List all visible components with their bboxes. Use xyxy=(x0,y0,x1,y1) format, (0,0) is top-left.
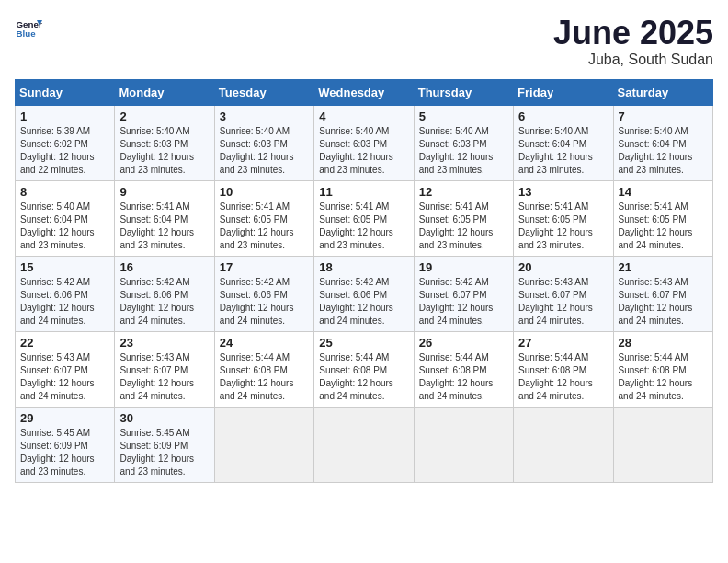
calendar-cell: 29Sunrise: 5:45 AM Sunset: 6:09 PM Dayli… xyxy=(16,407,115,482)
month-title: June 2025 xyxy=(553,15,713,52)
day-info: Sunrise: 5:42 AM Sunset: 6:06 PM Dayligh… xyxy=(119,276,209,327)
svg-text:Blue: Blue xyxy=(17,29,37,39)
day-number: 25 xyxy=(319,336,408,350)
calendar-cell: 6Sunrise: 5:40 AM Sunset: 6:04 PM Daylig… xyxy=(514,105,613,180)
day-number: 19 xyxy=(419,260,508,274)
day-number: 12 xyxy=(419,185,508,199)
calendar-cell xyxy=(414,407,513,482)
calendar-week-row: 29Sunrise: 5:45 AM Sunset: 6:09 PM Dayli… xyxy=(16,407,713,482)
day-number: 2 xyxy=(119,109,209,123)
day-info: Sunrise: 5:42 AM Sunset: 6:06 PM Dayligh… xyxy=(319,276,408,327)
calendar-cell: 23Sunrise: 5:43 AM Sunset: 6:07 PM Dayli… xyxy=(115,331,214,407)
day-number: 21 xyxy=(619,260,708,274)
calendar-cell: 5Sunrise: 5:40 AM Sunset: 6:03 PM Daylig… xyxy=(414,105,513,180)
logo-icon: General Blue xyxy=(15,15,42,42)
weekday-header-sunday: Sunday xyxy=(16,79,115,105)
day-info: Sunrise: 5:42 AM Sunset: 6:06 PM Dayligh… xyxy=(220,276,309,327)
day-info: Sunrise: 5:45 AM Sunset: 6:09 PM Dayligh… xyxy=(20,427,109,478)
calendar-cell: 14Sunrise: 5:41 AM Sunset: 6:05 PM Dayli… xyxy=(613,180,712,256)
calendar-cell: 17Sunrise: 5:42 AM Sunset: 6:06 PM Dayli… xyxy=(214,256,313,331)
calendar-week-row: 15Sunrise: 5:42 AM Sunset: 6:06 PM Dayli… xyxy=(16,256,713,331)
calendar-cell: 15Sunrise: 5:42 AM Sunset: 6:06 PM Dayli… xyxy=(16,256,115,331)
day-number: 17 xyxy=(220,260,309,274)
day-number: 3 xyxy=(220,109,309,123)
day-info: Sunrise: 5:43 AM Sunset: 6:07 PM Dayligh… xyxy=(119,351,209,403)
day-number: 20 xyxy=(518,260,608,274)
calendar-cell: 13Sunrise: 5:41 AM Sunset: 6:05 PM Dayli… xyxy=(514,180,613,256)
day-info: Sunrise: 5:40 AM Sunset: 6:03 PM Dayligh… xyxy=(319,125,408,177)
day-number: 11 xyxy=(319,185,408,199)
calendar-cell xyxy=(514,407,613,482)
title-area: June 2025 Juba, South Sudan xyxy=(553,15,713,68)
weekday-header-saturday: Saturday xyxy=(613,79,712,105)
day-number: 26 xyxy=(419,336,508,350)
day-number: 15 xyxy=(20,260,109,274)
day-info: Sunrise: 5:44 AM Sunset: 6:08 PM Dayligh… xyxy=(220,351,309,403)
day-number: 8 xyxy=(20,185,109,199)
day-info: Sunrise: 5:41 AM Sunset: 6:04 PM Dayligh… xyxy=(119,201,209,252)
day-number: 7 xyxy=(619,109,708,123)
location-subtitle: Juba, South Sudan xyxy=(553,52,713,68)
day-info: Sunrise: 5:41 AM Sunset: 6:05 PM Dayligh… xyxy=(319,201,408,252)
day-info: Sunrise: 5:42 AM Sunset: 6:06 PM Dayligh… xyxy=(20,276,109,327)
calendar-cell: 9Sunrise: 5:41 AM Sunset: 6:04 PM Daylig… xyxy=(115,180,214,256)
calendar-cell xyxy=(613,407,712,482)
calendar-cell: 19Sunrise: 5:42 AM Sunset: 6:07 PM Dayli… xyxy=(414,256,513,331)
calendar-cell: 11Sunrise: 5:41 AM Sunset: 6:05 PM Dayli… xyxy=(314,180,414,256)
weekday-header-friday: Friday xyxy=(514,79,613,105)
day-number: 6 xyxy=(518,109,608,123)
calendar-cell xyxy=(214,407,313,482)
day-number: 5 xyxy=(419,109,508,123)
calendar-week-row: 1Sunrise: 5:39 AM Sunset: 6:02 PM Daylig… xyxy=(16,105,713,180)
calendar-cell: 24Sunrise: 5:44 AM Sunset: 6:08 PM Dayli… xyxy=(214,331,313,407)
calendar-header-row: SundayMondayTuesdayWednesdayThursdayFrid… xyxy=(16,79,713,105)
calendar-cell: 4Sunrise: 5:40 AM Sunset: 6:03 PM Daylig… xyxy=(314,105,414,180)
day-number: 29 xyxy=(20,411,109,425)
weekday-header-thursday: Thursday xyxy=(414,79,513,105)
day-info: Sunrise: 5:40 AM Sunset: 6:03 PM Dayligh… xyxy=(119,125,209,177)
day-info: Sunrise: 5:43 AM Sunset: 6:07 PM Dayligh… xyxy=(518,276,608,327)
day-info: Sunrise: 5:44 AM Sunset: 6:08 PM Dayligh… xyxy=(518,351,608,403)
day-info: Sunrise: 5:40 AM Sunset: 6:04 PM Dayligh… xyxy=(518,125,608,177)
calendar-cell: 2Sunrise: 5:40 AM Sunset: 6:03 PM Daylig… xyxy=(115,105,214,180)
calendar-cell: 26Sunrise: 5:44 AM Sunset: 6:08 PM Dayli… xyxy=(414,331,513,407)
calendar-body: 1Sunrise: 5:39 AM Sunset: 6:02 PM Daylig… xyxy=(16,105,713,482)
day-info: Sunrise: 5:45 AM Sunset: 6:09 PM Dayligh… xyxy=(119,427,209,478)
calendar-cell: 12Sunrise: 5:41 AM Sunset: 6:05 PM Dayli… xyxy=(414,180,513,256)
calendar-cell: 1Sunrise: 5:39 AM Sunset: 6:02 PM Daylig… xyxy=(16,105,115,180)
page-header: General Blue June 2025 Juba, South Sudan xyxy=(15,15,713,68)
day-number: 9 xyxy=(119,185,209,199)
calendar-cell: 22Sunrise: 5:43 AM Sunset: 6:07 PM Dayli… xyxy=(16,331,115,407)
day-info: Sunrise: 5:40 AM Sunset: 6:04 PM Dayligh… xyxy=(619,125,708,177)
day-info: Sunrise: 5:39 AM Sunset: 6:02 PM Dayligh… xyxy=(20,125,109,177)
calendar-cell: 18Sunrise: 5:42 AM Sunset: 6:06 PM Dayli… xyxy=(314,256,414,331)
day-number: 23 xyxy=(119,336,209,350)
day-number: 22 xyxy=(20,336,109,350)
calendar-cell: 7Sunrise: 5:40 AM Sunset: 6:04 PM Daylig… xyxy=(613,105,712,180)
day-info: Sunrise: 5:40 AM Sunset: 6:03 PM Dayligh… xyxy=(220,125,309,177)
day-number: 1 xyxy=(20,109,109,123)
calendar-cell: 20Sunrise: 5:43 AM Sunset: 6:07 PM Dayli… xyxy=(514,256,613,331)
day-number: 13 xyxy=(518,185,608,199)
day-info: Sunrise: 5:44 AM Sunset: 6:08 PM Dayligh… xyxy=(619,351,708,403)
day-info: Sunrise: 5:40 AM Sunset: 6:03 PM Dayligh… xyxy=(419,125,508,177)
weekday-header-wednesday: Wednesday xyxy=(314,79,414,105)
calendar-table: SundayMondayTuesdayWednesdayThursdayFrid… xyxy=(15,79,713,483)
day-info: Sunrise: 5:43 AM Sunset: 6:07 PM Dayligh… xyxy=(619,276,708,327)
day-number: 24 xyxy=(220,336,309,350)
day-number: 18 xyxy=(319,260,408,274)
day-info: Sunrise: 5:44 AM Sunset: 6:08 PM Dayligh… xyxy=(319,351,408,403)
weekday-header-monday: Monday xyxy=(115,79,214,105)
day-info: Sunrise: 5:41 AM Sunset: 6:05 PM Dayligh… xyxy=(419,201,508,252)
day-info: Sunrise: 5:41 AM Sunset: 6:05 PM Dayligh… xyxy=(518,201,608,252)
day-number: 30 xyxy=(119,411,209,425)
day-number: 27 xyxy=(518,336,608,350)
day-number: 14 xyxy=(619,185,708,199)
calendar-cell: 30Sunrise: 5:45 AM Sunset: 6:09 PM Dayli… xyxy=(115,407,214,482)
day-info: Sunrise: 5:42 AM Sunset: 6:07 PM Dayligh… xyxy=(419,276,508,327)
calendar-cell: 21Sunrise: 5:43 AM Sunset: 6:07 PM Dayli… xyxy=(613,256,712,331)
calendar-week-row: 22Sunrise: 5:43 AM Sunset: 6:07 PM Dayli… xyxy=(16,331,713,407)
calendar-cell: 10Sunrise: 5:41 AM Sunset: 6:05 PM Dayli… xyxy=(214,180,313,256)
calendar-cell: 27Sunrise: 5:44 AM Sunset: 6:08 PM Dayli… xyxy=(514,331,613,407)
day-number: 10 xyxy=(220,185,309,199)
